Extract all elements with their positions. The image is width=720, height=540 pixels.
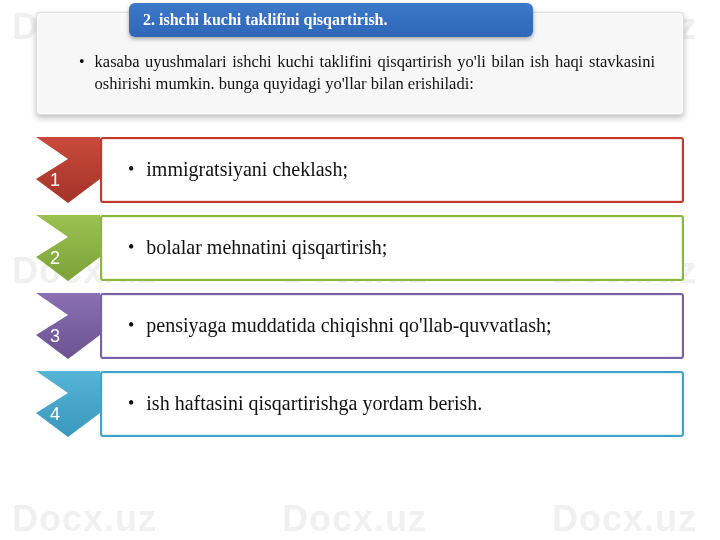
svg-marker-0 — [36, 137, 100, 203]
bullet-icon: • — [128, 159, 134, 180]
item-body: • bolalar mehnatini qisqartirish; — [100, 215, 684, 281]
list-item: 4 • ish haftasini qisqartirishga yordam … — [36, 371, 684, 437]
item-text: ish haftasini qisqartirishga yordam beri… — [146, 392, 482, 415]
list-item: 3 • pensiyaga muddatida chiqishni qo'lla… — [36, 293, 684, 359]
watermark: Docx.uz — [552, 498, 697, 540]
item-body: • ish haftasini qisqartirishga yordam be… — [100, 371, 684, 437]
chevron-badge: 4 — [36, 371, 100, 437]
chevron-badge: 3 — [36, 293, 100, 359]
list-item: 2 • bolalar mehnatini qisqartirish; — [36, 215, 684, 281]
list-item: 1 • immigratsiyani cheklash; — [36, 137, 684, 203]
item-number: 4 — [50, 404, 60, 425]
header-box: 2. ishchi kuchi taklifini qisqartirish. … — [36, 12, 684, 115]
item-number: 2 — [50, 248, 60, 269]
svg-marker-2 — [36, 293, 100, 359]
header-body: • kasaba uyushmalari ishchi kuchi taklif… — [79, 51, 655, 96]
list: 1 • immigratsiyani cheklash; 2 • — [36, 137, 684, 437]
item-number: 1 — [50, 170, 60, 191]
watermark: Docx.uz — [12, 498, 157, 540]
bullet-icon: • — [79, 51, 85, 96]
item-body: • immigratsiyani cheklash; — [100, 137, 684, 203]
bullet-icon: • — [128, 315, 134, 336]
item-text: immigratsiyani cheklash; — [146, 158, 348, 181]
svg-marker-3 — [36, 371, 100, 437]
svg-marker-1 — [36, 215, 100, 281]
item-number: 3 — [50, 326, 60, 347]
watermark: Docx.uz — [282, 498, 427, 540]
item-text: bolalar mehnatini qisqartirish; — [146, 236, 387, 259]
header-tab: 2. ishchi kuchi taklifini qisqartirish. — [129, 3, 533, 37]
header-text: kasaba uyushmalari ishchi kuchi taklifin… — [95, 51, 655, 96]
slide-content: 2. ishchi kuchi taklifini qisqartirish. … — [0, 0, 720, 437]
item-text: pensiyaga muddatida chiqishni qo'llab-qu… — [146, 314, 551, 337]
chevron-badge: 2 — [36, 215, 100, 281]
item-body: • pensiyaga muddatida chiqishni qo'llab-… — [100, 293, 684, 359]
bullet-icon: • — [128, 393, 134, 414]
bullet-icon: • — [128, 237, 134, 258]
chevron-badge: 1 — [36, 137, 100, 203]
